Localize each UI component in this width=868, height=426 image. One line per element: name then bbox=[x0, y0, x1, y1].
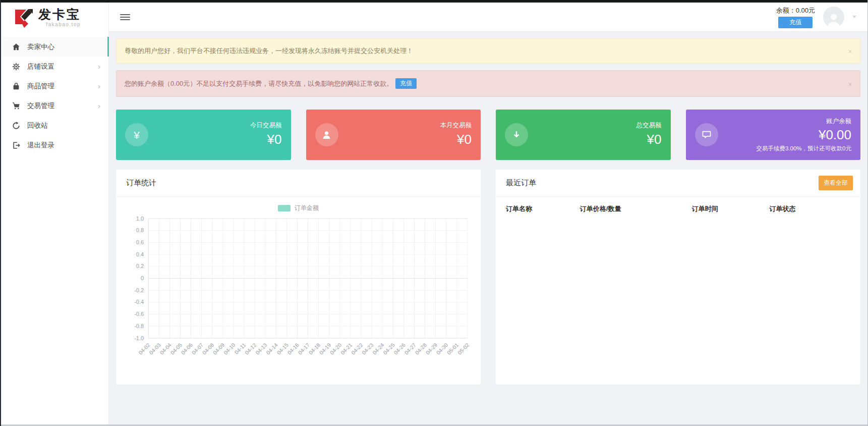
orders-column-header: 订单时间 bbox=[692, 204, 770, 214]
gear-icon bbox=[12, 63, 20, 71]
svg-text:-1.0: -1.0 bbox=[134, 335, 144, 341]
order-statistics-chart: 04-0204-0304-0404-0504-0604-0704-0804-09… bbox=[119, 212, 474, 378]
main-content: 尊敬的用户您好，我们平台不接任何违法违规业务，一经发现将永久冻结账号并提交公安机… bbox=[109, 32, 867, 424]
svg-text:-0.8: -0.8 bbox=[134, 323, 144, 329]
sidebar-item-seller-center[interactable]: 卖家中心 › bbox=[1, 37, 108, 57]
sidebar-item-label: 商品管理 bbox=[27, 82, 54, 91]
compliance-alert-text: 尊敬的用户您好，我们平台不接任何违法违规业务，一经发现将永久冻结账号并提交公安机… bbox=[125, 47, 413, 55]
svg-text:-0.2: -0.2 bbox=[134, 287, 144, 293]
svg-text:04-29: 04-29 bbox=[425, 342, 439, 356]
svg-text:04-13: 04-13 bbox=[254, 342, 268, 356]
svg-text:04-08: 04-08 bbox=[201, 342, 215, 356]
sidebar-item-label: 退出登录 bbox=[27, 141, 54, 150]
svg-text:0: 0 bbox=[141, 275, 144, 281]
app-window: 发卡宝 fakabao.top 卖家中心 › 店铺设置 › 商品管理 › 交易管… bbox=[0, 0, 868, 426]
home-icon bbox=[12, 43, 20, 51]
svg-text:04-26: 04-26 bbox=[392, 342, 407, 356]
bag-icon bbox=[12, 82, 20, 90]
chevron-right-icon: › bbox=[98, 102, 100, 110]
brand-name: 发卡宝 bbox=[38, 7, 81, 22]
svg-text:04-10: 04-10 bbox=[222, 342, 237, 356]
sidebar-item-label: 卖家中心 bbox=[27, 42, 54, 51]
view-all-button[interactable]: 查看全部 bbox=[819, 176, 853, 190]
svg-text:04-07: 04-07 bbox=[191, 342, 205, 356]
balance-label: 余额：0.00元 bbox=[776, 6, 815, 15]
svg-text:04-17: 04-17 bbox=[297, 342, 311, 356]
svg-text:04-09: 04-09 bbox=[212, 342, 226, 356]
sidebar-menu: 卖家中心 › 店铺设置 › 商品管理 › 交易管理 › 回收站 › 退出登录 › bbox=[1, 37, 108, 155]
svg-text:04-30: 04-30 bbox=[435, 342, 449, 356]
svg-text:04-14: 04-14 bbox=[265, 342, 279, 356]
svg-text:04-19: 04-19 bbox=[318, 342, 332, 356]
alert-recharge-button[interactable]: 充值 bbox=[395, 78, 417, 89]
sidebar-item-trade-manage[interactable]: 交易管理 › bbox=[1, 96, 108, 116]
stat-card: ¥ 今日交易额 ¥0 bbox=[116, 110, 291, 160]
sidebar-item-recycle-bin[interactable]: 回收站 › bbox=[1, 116, 108, 135]
chat-icon bbox=[695, 123, 718, 146]
window-top-edge bbox=[1, 0, 867, 3]
legend-swatch bbox=[278, 205, 291, 211]
svg-text:04-18: 04-18 bbox=[308, 342, 322, 356]
stat-card-value: ¥0 bbox=[636, 131, 662, 148]
stat-card-label: 本月交易额 bbox=[440, 122, 472, 130]
stat-card-label: 总交易额 bbox=[636, 122, 662, 130]
sidebar-item-logout[interactable]: 退出登录 › bbox=[1, 135, 108, 155]
svg-text:04-25: 04-25 bbox=[382, 342, 396, 356]
sidebar-item-shop-settings[interactable]: 店铺设置 › bbox=[1, 57, 108, 76]
stat-card: 本月交易额 ¥0 bbox=[306, 110, 481, 160]
logout-icon bbox=[12, 141, 20, 149]
svg-text:04-15: 04-15 bbox=[275, 342, 290, 356]
svg-text:04-05: 04-05 bbox=[169, 342, 183, 356]
svg-text:04-23: 04-23 bbox=[361, 342, 375, 356]
svg-text:04-28: 04-28 bbox=[414, 342, 428, 356]
svg-text:05-01: 05-01 bbox=[446, 342, 460, 356]
stat-card-label: 今日交易额 bbox=[250, 122, 282, 130]
orders-column-header: 订单名称 bbox=[506, 204, 580, 214]
cart-icon bbox=[12, 102, 20, 110]
sidebar: 发卡宝 fakabao.top 卖家中心 › 店铺设置 › 商品管理 › 交易管… bbox=[1, 3, 109, 424]
stat-card-value: ¥0.00 bbox=[756, 127, 851, 143]
order-statistics-panel: 订单统计 订单金额 04-0204-0304-0404-0504-0604-07… bbox=[116, 170, 481, 385]
user-icon bbox=[315, 123, 338, 146]
legend-label: 订单金额 bbox=[295, 204, 319, 212]
chevron-right-icon: › bbox=[98, 63, 100, 70]
sidebar-item-label: 交易管理 bbox=[27, 101, 54, 111]
menu-toggle-icon[interactable] bbox=[120, 12, 130, 22]
stat-card-value: ¥0 bbox=[250, 131, 282, 148]
recent-orders-title: 最近订单 bbox=[506, 178, 536, 188]
stat-card-label: 账户余额 bbox=[756, 118, 851, 126]
balance-group: 余额：0.00元 充值 bbox=[776, 6, 815, 28]
order-statistics-title: 订单统计 bbox=[126, 178, 156, 188]
arrow-down-icon bbox=[505, 123, 528, 146]
avatar[interactable] bbox=[823, 7, 844, 28]
brand-logo-icon bbox=[13, 6, 34, 28]
brand-domain: fakabao.top bbox=[46, 22, 81, 27]
avatar-dropdown-caret[interactable] bbox=[852, 16, 856, 18]
svg-text:0.8: 0.8 bbox=[136, 227, 144, 233]
close-icon[interactable]: × bbox=[848, 79, 852, 88]
svg-text:04-03: 04-03 bbox=[148, 342, 162, 356]
svg-text:04-04: 04-04 bbox=[158, 342, 172, 356]
orders-table-header: 订单名称订单价格/数量订单时间订单状态 bbox=[496, 197, 860, 219]
sidebar-item-label: 回收站 bbox=[27, 121, 48, 130]
chevron-right-icon: › bbox=[98, 82, 100, 90]
svg-text:0.6: 0.6 bbox=[136, 239, 144, 245]
svg-text:0.2: 0.2 bbox=[136, 263, 144, 269]
svg-text:04-06: 04-06 bbox=[180, 342, 194, 356]
sidebar-item-goods-manage[interactable]: 商品管理 › bbox=[1, 76, 108, 96]
chart-legend[interactable]: 订单金额 bbox=[116, 204, 481, 212]
brand-logo[interactable]: 发卡宝 fakabao.top bbox=[1, 3, 108, 32]
recharge-button[interactable]: 充值 bbox=[778, 17, 813, 28]
svg-text:04-20: 04-20 bbox=[329, 342, 343, 356]
close-icon[interactable]: × bbox=[848, 47, 852, 56]
svg-text:04-21: 04-21 bbox=[339, 342, 354, 356]
orders-column-header: 订单价格/数量 bbox=[580, 204, 692, 214]
svg-text:04-02: 04-02 bbox=[137, 342, 151, 356]
recycle-icon bbox=[12, 122, 20, 130]
user-silhouette-icon bbox=[825, 11, 842, 28]
svg-text:0.4: 0.4 bbox=[136, 251, 144, 257]
stat-card-note: 交易手续费3.00%，预计还可收款0元 bbox=[756, 145, 851, 152]
svg-text:05-02: 05-02 bbox=[456, 342, 471, 356]
recent-orders-panel: 最近订单 查看全部 订单名称订单价格/数量订单时间订单状态 bbox=[496, 170, 860, 385]
sidebar-item-label: 店铺设置 bbox=[27, 62, 54, 71]
